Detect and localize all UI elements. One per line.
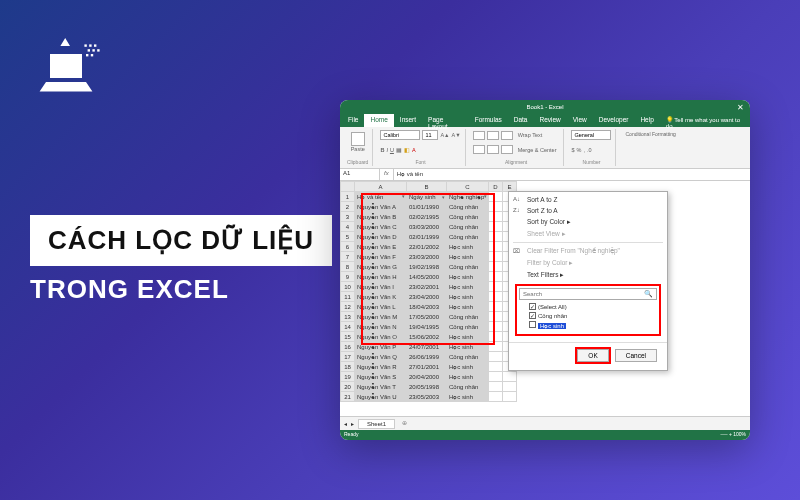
cell-name[interactable]: Nguyễn Văn U xyxy=(355,392,407,402)
wrap-text-button[interactable]: Wrap Text xyxy=(515,130,546,140)
cell-job[interactable]: Công nhân xyxy=(447,222,489,232)
cell[interactable] xyxy=(503,382,517,392)
col-header-b[interactable]: B xyxy=(407,182,447,192)
col-header-d[interactable]: D xyxy=(489,182,503,192)
sort-color-button[interactable]: Sort by Color ▸ xyxy=(509,216,667,228)
fx-icon[interactable]: fx xyxy=(380,169,394,180)
text-filters-button[interactable]: Text Filters ▸ xyxy=(509,269,667,281)
cell-name[interactable]: Nguyễn Văn O xyxy=(355,332,407,342)
align-right-icon[interactable] xyxy=(501,145,513,154)
header-cell-job[interactable]: Nghề nghiệp xyxy=(447,192,489,202)
cell-job[interactable]: Học sinh xyxy=(447,362,489,372)
cell[interactable] xyxy=(489,212,503,222)
currency-icon[interactable]: $ xyxy=(571,147,574,153)
name-box[interactable]: A1 xyxy=(340,169,380,180)
cell-name[interactable]: Nguyễn Văn F xyxy=(355,252,407,262)
cell-name[interactable]: Nguyễn Văn L xyxy=(355,302,407,312)
cell[interactable] xyxy=(503,372,517,382)
cell-name[interactable]: Nguyễn Văn R xyxy=(355,362,407,372)
cell-job[interactable]: Học sinh xyxy=(447,272,489,282)
cell-name[interactable]: Nguyễn Văn B xyxy=(355,212,407,222)
cell-name[interactable]: Nguyễn Văn K xyxy=(355,292,407,302)
header-cell-name[interactable]: Họ và tên xyxy=(355,192,407,202)
cell[interactable] xyxy=(489,282,503,292)
row-header[interactable]: 9 xyxy=(341,272,355,282)
row-header[interactable]: 12 xyxy=(341,302,355,312)
cell-dob[interactable]: 19/02/1998 xyxy=(407,262,447,272)
fill-color-icon[interactable]: ◧ xyxy=(404,147,410,153)
cell[interactable] xyxy=(489,292,503,302)
checkbox-icon[interactable] xyxy=(529,321,536,328)
cell-job[interactable]: Học sinh xyxy=(447,342,489,352)
formula-input[interactable]: Họ và tên xyxy=(394,169,750,180)
row-header[interactable]: 11 xyxy=(341,292,355,302)
cell-name[interactable]: Nguyễn Văn D xyxy=(355,232,407,242)
filter-check-item[interactable]: ✓(Select All) xyxy=(529,302,657,311)
cell-job[interactable]: Học sinh xyxy=(447,252,489,262)
tell-me-search[interactable]: 💡 Tell me what you want to do xyxy=(660,114,750,127)
cell-job[interactable]: Học sinh xyxy=(447,292,489,302)
row-header[interactable]: 17 xyxy=(341,352,355,362)
row-header[interactable]: 10 xyxy=(341,282,355,292)
row-header[interactable]: 7 xyxy=(341,252,355,262)
checkbox-icon[interactable]: ✓ xyxy=(529,312,536,319)
cell[interactable] xyxy=(489,362,503,372)
cell-dob[interactable]: 14/05/2000 xyxy=(407,272,447,282)
cell[interactable] xyxy=(489,262,503,272)
cell[interactable] xyxy=(489,302,503,312)
checkbox-icon[interactable]: ✓ xyxy=(529,303,536,310)
ok-button[interactable]: OK xyxy=(577,349,608,362)
cell-dob[interactable]: 15/06/2002 xyxy=(407,332,447,342)
cell-name[interactable]: Nguyễn Văn G xyxy=(355,262,407,272)
tab-file[interactable]: File xyxy=(342,114,364,127)
sheet-nav-next-icon[interactable]: ▸ xyxy=(351,420,354,427)
cell-job[interactable]: Công nhân xyxy=(447,322,489,332)
cell-dob[interactable]: 02/02/1995 xyxy=(407,212,447,222)
cell-name[interactable]: Nguyễn Văn A xyxy=(355,202,407,212)
cell[interactable] xyxy=(489,272,503,282)
cell-job[interactable]: Học sinh xyxy=(447,242,489,252)
col-header-a[interactable]: A xyxy=(355,182,407,192)
row-header[interactable]: 3 xyxy=(341,212,355,222)
cell-dob[interactable]: 17/05/2000 xyxy=(407,312,447,322)
row-header[interactable]: 20 xyxy=(341,382,355,392)
cell-dob[interactable]: 23/05/2003 xyxy=(407,392,447,402)
merge-center-button[interactable]: Merge & Center xyxy=(515,145,560,155)
cell-dob[interactable]: 03/03/2000 xyxy=(407,222,447,232)
cell-job[interactable]: Công nhân xyxy=(447,202,489,212)
row-header[interactable]: 6 xyxy=(341,242,355,252)
cell[interactable] xyxy=(489,232,503,242)
cell-dob[interactable]: 23/03/2000 xyxy=(407,252,447,262)
increase-font-icon[interactable]: A▲ xyxy=(440,132,449,138)
filter-search-input[interactable] xyxy=(523,291,644,297)
tab-view[interactable]: View xyxy=(567,114,593,127)
align-center-icon[interactable] xyxy=(487,145,499,154)
cell[interactable] xyxy=(489,332,503,342)
cell[interactable] xyxy=(489,222,503,232)
header-cell-dob[interactable]: Ngày sinh xyxy=(407,192,447,202)
align-top-icon[interactable] xyxy=(473,131,485,140)
cell-name[interactable]: Nguyễn Văn C xyxy=(355,222,407,232)
cell-name[interactable]: Nguyễn Văn T xyxy=(355,382,407,392)
cell-job[interactable]: Công nhân xyxy=(447,352,489,362)
cell[interactable] xyxy=(489,352,503,362)
cell-job[interactable]: Học sinh xyxy=(447,392,489,402)
tab-developer[interactable]: Developer xyxy=(593,114,635,127)
paste-button[interactable]: Paste xyxy=(347,130,368,154)
filter-check-item[interactable]: ✓Công nhân xyxy=(529,311,657,320)
cell-job[interactable]: Công nhân xyxy=(447,312,489,322)
cell-job[interactable]: Học sinh xyxy=(447,302,489,312)
cell-name[interactable]: Nguyễn Văn S xyxy=(355,372,407,382)
cell-job[interactable]: Công nhân xyxy=(447,232,489,242)
col-header-c[interactable]: C xyxy=(447,182,489,192)
conditional-formatting-button[interactable]: Conditional Formatting xyxy=(623,130,677,140)
tab-formulas[interactable]: Formulas xyxy=(469,114,508,127)
cell-name[interactable]: Nguyễn Văn M xyxy=(355,312,407,322)
cell-dob[interactable]: 26/06/1999 xyxy=(407,352,447,362)
align-bottom-icon[interactable] xyxy=(501,131,513,140)
cell-dob[interactable]: 18/04/2003 xyxy=(407,302,447,312)
sheet-nav-prev-icon[interactable]: ◂ xyxy=(344,420,347,427)
cell-dob[interactable]: 23/04/2000 xyxy=(407,292,447,302)
row-header[interactable]: 2 xyxy=(341,202,355,212)
add-sheet-button[interactable]: ⊕ xyxy=(399,419,409,429)
